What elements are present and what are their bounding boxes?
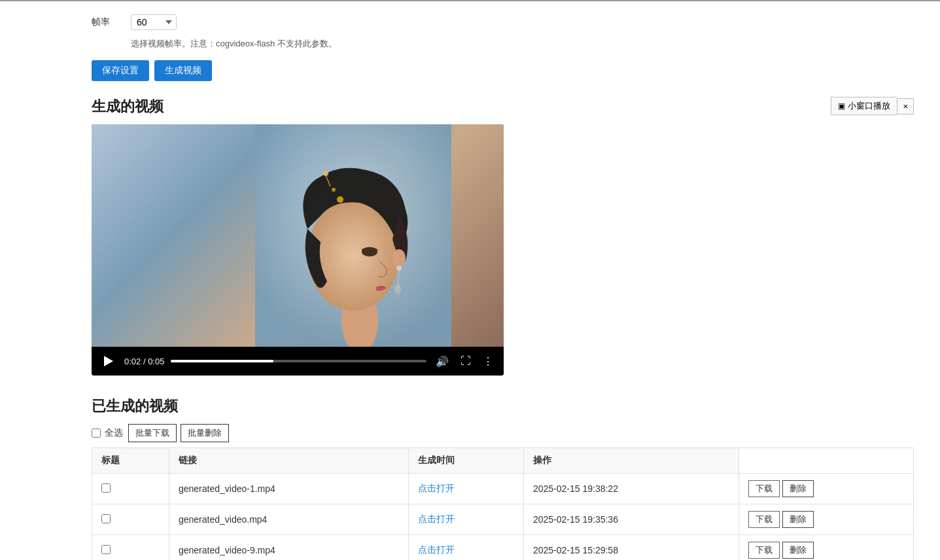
progress-bar[interactable] (171, 360, 426, 362)
col-header-link: 链接 (169, 448, 408, 474)
pip-button-wrap: ▣ 小窗口播放 × (831, 97, 914, 115)
svg-point-3 (337, 196, 343, 203)
videos-table: 标题 链接 生成时间 操作 generated_video-1.mp4 点击打开… (92, 447, 914, 560)
pip-button-label: 小窗口播放 (848, 100, 890, 112)
download-button-2[interactable]: 下载 (748, 542, 780, 559)
download-button-1[interactable]: 下载 (748, 511, 780, 528)
delete-button-0[interactable]: 删除 (782, 480, 814, 497)
frame-rate-select[interactable]: 60 30 24 (131, 14, 177, 30)
cell-filename-1: generated_video.mp4 (169, 504, 408, 535)
time-display: 0:02 / 0:05 (124, 357, 164, 366)
cell-link-1[interactable]: 点击打开 (409, 504, 524, 535)
batch-controls-row: 全选 批量下载 批量删除 (92, 424, 914, 442)
cell-checkbox-1 (92, 504, 169, 535)
play-button[interactable] (99, 352, 118, 370)
row-checkbox-1[interactable] (101, 514, 111, 523)
batch-delete-button[interactable]: 批量删除 (181, 424, 229, 442)
save-settings-button[interactable]: 保存设置 (92, 60, 149, 81)
cell-checkbox-0 (92, 474, 169, 504)
frame-rate-label: 帧率 (92, 16, 118, 28)
svg-point-6 (323, 171, 328, 176)
progress-fill (171, 360, 273, 362)
col-header-action: 操作 (523, 448, 739, 474)
completed-videos-section: 已生成的视频 全选 批量下载 批量删除 标题 链接 生成时间 操作 genera… (92, 396, 914, 560)
table-row: generated_video-9.mp4 点击打开 2025-02-15 15… (92, 535, 914, 561)
col-header-title: 标题 (92, 448, 169, 474)
open-link-1[interactable]: 点击打开 (418, 514, 455, 524)
action-buttons-2: 下载 删除 (748, 542, 904, 559)
select-all-checkbox[interactable] (92, 429, 101, 438)
select-all-label: 全选 (105, 427, 123, 439)
hint-text: 选择视频帧率。注意：cogvideox-flash 不支持此参数。 (131, 38, 914, 50)
delete-button-1[interactable]: 删除 (782, 511, 814, 528)
open-link-2[interactable]: 点击打开 (418, 544, 455, 555)
video-player: 0:02 / 0:05 🔊 ⛶ ⋮ (92, 124, 504, 376)
cell-checkbox-2 (92, 535, 169, 561)
table-body: generated_video-1.mp4 点击打开 2025-02-15 19… (92, 474, 914, 561)
table-row: generated_video-1.mp4 点击打开 2025-02-15 19… (92, 474, 914, 504)
svg-point-8 (396, 266, 402, 271)
svg-point-10 (394, 284, 401, 294)
cell-timestamp-1: 2025-02-15 19:35:36 (523, 504, 739, 535)
open-link-0[interactable]: 点击打开 (418, 483, 455, 493)
cell-link-2[interactable]: 点击打开 (409, 535, 524, 561)
cell-actions-1: 下载 删除 (739, 504, 913, 535)
download-button-0[interactable]: 下载 (748, 480, 780, 497)
delete-button-2[interactable]: 删除 (782, 542, 814, 559)
completed-videos-title: 已生成的视频 (92, 396, 914, 416)
generate-video-button[interactable]: 生成视频 (154, 60, 212, 81)
fullscreen-button[interactable]: ⛶ (458, 354, 474, 368)
cell-filename-2: generated_video-9.mp4 (169, 535, 408, 561)
action-buttons-0: 下载 删除 (748, 480, 904, 497)
generated-video-section: 生成的视频 ▣ 小窗口播放 × (92, 97, 914, 376)
video-controls-bar: 0:02 / 0:05 🔊 ⛶ ⋮ (92, 347, 504, 376)
more-options-button[interactable]: ⋮ (480, 354, 496, 369)
cell-timestamp-2: 2025-02-15 15:29:58 (523, 535, 739, 561)
main-container: 帧率 60 30 24 选择视频帧率。注意：cogvideox-flash 不支… (0, 0, 940, 560)
cell-timestamp-0: 2025-02-15 19:38:22 (523, 474, 739, 504)
action-buttons-1: 下载 删除 (748, 511, 904, 528)
pip-close-button[interactable]: × (897, 98, 914, 114)
frame-rate-row: 帧率 60 30 24 (92, 14, 914, 30)
action-buttons-row: 保存设置 生成视频 (92, 60, 914, 81)
row-checkbox-0[interactable] (101, 483, 111, 493)
table-row: generated_video.mp4 点击打开 2025-02-15 19:3… (92, 504, 914, 535)
cell-link-0[interactable]: 点击打开 (409, 474, 524, 504)
svg-point-7 (392, 249, 406, 268)
generated-video-title: 生成的视频 (92, 97, 914, 116)
col-header-time: 生成时间 (409, 448, 524, 474)
cell-filename-0: generated_video-1.mp4 (169, 474, 408, 504)
row-checkbox-2[interactable] (101, 545, 111, 554)
pip-window-icon: ▣ (838, 101, 845, 111)
cell-actions-2: 下载 删除 (739, 535, 913, 561)
table-header: 标题 链接 生成时间 操作 (92, 448, 914, 474)
play-icon (104, 356, 113, 366)
video-thumbnail[interactable] (92, 124, 504, 347)
svg-point-4 (332, 188, 336, 192)
batch-download-button[interactable]: 批量下载 (128, 424, 177, 442)
pip-button[interactable]: ▣ 小窗口播放 (831, 97, 897, 115)
volume-button[interactable]: 🔊 (433, 354, 451, 369)
cell-actions-0: 下载 删除 (739, 474, 913, 504)
